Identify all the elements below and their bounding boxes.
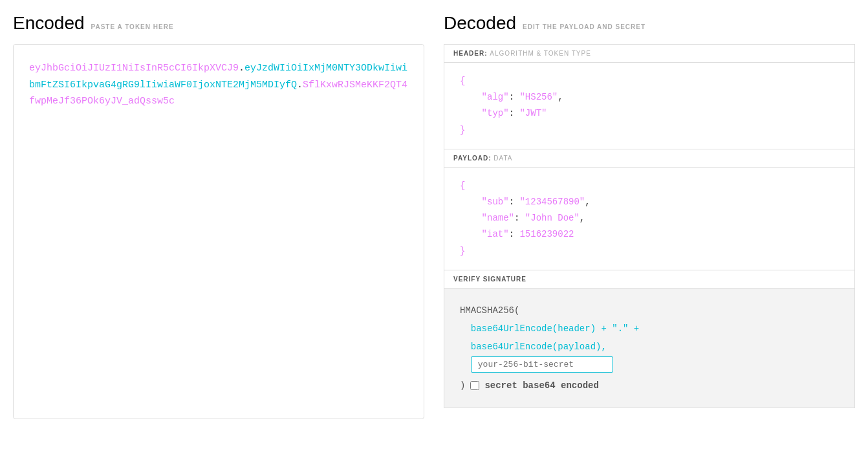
payload-section-header: PAYLOAD: DATA [444,149,854,168]
payload-iat-key: "iat" [482,229,509,239]
payload-colon1: : [509,197,520,207]
payload-section: PAYLOAD: DATA { "sub": "1234567890", "na… [444,149,855,270]
verify-line1-text: base64UrlEncode(header) + "." + [471,323,639,334]
header-section: HEADER: ALGORITHM & TOKEN TYPE { "alg": … [444,44,855,149]
payload-sublabel: DATA [494,155,512,162]
token-dot1: . [239,63,244,74]
header-content[interactable]: { "alg": "HS256", "typ": "JWT" } [444,63,854,149]
payload-name-key: "name" [482,213,514,223]
decoded-title-text: Decoded [444,13,516,34]
decoded-panel: Decoded EDIT THE PAYLOAD AND SECRET HEAD… [444,13,855,419]
verify-close-paren: ) [460,376,465,395]
encoded-title-text: Encoded [13,13,85,34]
header-colon1: : [509,92,520,102]
decoded-subtitle: EDIT THE PAYLOAD AND SECRET [523,23,646,30]
payload-colon2: : [514,213,525,223]
payload-open-brace: { [460,180,465,191]
payload-label: PAYLOAD: [453,155,492,162]
payload-name-val: "John Doe" [525,213,580,223]
verify-func-line: HMACSHA256( [460,301,839,320]
token-part1: eyJhbGciOiJIUzI1NiIsInR5cCI6IkpXVCJ9 [29,63,239,74]
payload-iat-val: 1516239022 [519,229,574,239]
verify-secret-line [460,356,839,374]
main-layout: Encoded PASTE A TOKEN HERE eyJhbGciOiJIU… [13,13,855,419]
header-typ-key: "typ" [482,108,509,118]
secret-base64-checkbox[interactable] [470,381,479,390]
header-typ-val: "JWT" [519,108,547,118]
header-alg-val: "HS256" [519,92,558,102]
payload-sub-key: "sub" [482,197,509,207]
payload-comma2: , [580,213,585,223]
header-colon2: : [509,108,520,118]
payload-close-brace: } [460,246,465,256]
payload-content[interactable]: { "sub": "1234567890", "name": "John Doe… [444,168,854,270]
verify-line1: base64UrlEncode(header) + "." + [460,320,839,338]
verify-line2-text: base64UrlEncode(payload), [471,342,607,352]
decoded-title: Decoded EDIT THE PAYLOAD AND SECRET [444,13,855,34]
header-sublabel: ALGORITHM & TOKEN TYPE [490,50,591,57]
encoded-box[interactable]: eyJhbGciOiJIUzI1NiIsInR5cCI6IkpXVCJ9.eyJ… [13,44,424,419]
header-section-header: HEADER: ALGORITHM & TOKEN TYPE [444,45,854,63]
header-open-brace: { [460,76,465,86]
payload-comma1: , [585,197,590,207]
header-label: HEADER: [453,50,488,57]
secret-input[interactable] [471,356,613,373]
header-alg-key: "alg" [482,92,509,102]
verify-footer: ) secret base64 encoded [460,376,839,395]
header-comma1: , [558,92,563,102]
verify-section: VERIFY SIGNATURE HMACSHA256( base64UrlEn… [444,270,855,408]
verify-header: VERIFY SIGNATURE [444,270,854,289]
header-close-brace: } [460,125,465,135]
token-dot2: . [297,80,303,91]
payload-sub-val: "1234567890" [519,197,585,207]
verify-line2: base64UrlEncode(payload), [460,338,839,356]
verify-label: VERIFY SIGNATURE [453,276,526,283]
verify-content: HMACSHA256( base64UrlEncode(header) + ".… [444,289,854,408]
encoded-title: Encoded PASTE A TOKEN HERE [13,13,424,34]
encoded-panel: Encoded PASTE A TOKEN HERE eyJhbGciOiJIU… [13,13,424,419]
encoded-subtitle: PASTE A TOKEN HERE [91,23,174,30]
secret-base64-label: secret base64 encoded [484,376,598,395]
payload-colon3: : [509,229,520,239]
verify-func-text: HMACSHA256( [460,305,519,316]
